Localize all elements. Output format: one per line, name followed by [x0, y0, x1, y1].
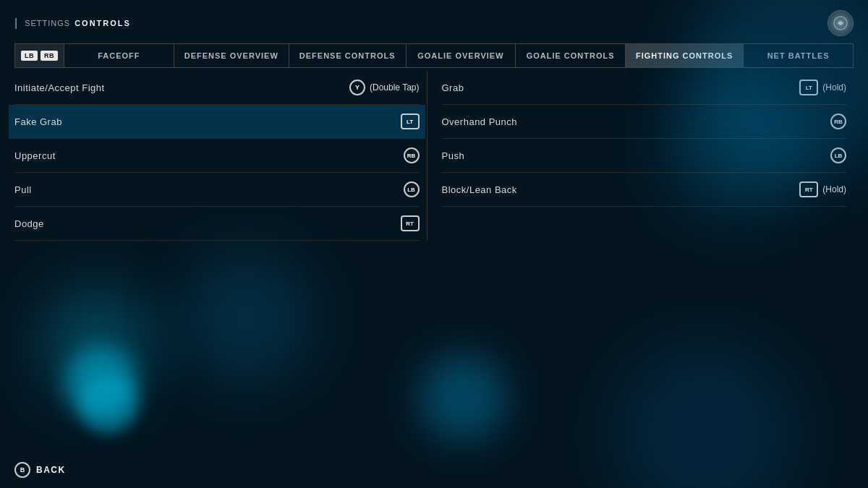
tab-goalie-overview[interactable]: GOALIE OVERVIEW — [407, 44, 516, 67]
control-name-initiate: Initiate/Accept Fight — [14, 82, 105, 93]
lb-badge: LB — [21, 51, 38, 61]
tab-fighting-controls[interactable]: FIGHTING CONTROLS — [626, 44, 744, 67]
binding-modifier-initiate: (Double Tap) — [370, 82, 419, 93]
control-name-overhand: Overhand Punch — [442, 116, 518, 127]
push-lb-icon: LB — [830, 147, 846, 163]
binding-modifier-block: (Hold) — [822, 184, 846, 194]
control-row-pull: Pull LB — [14, 173, 420, 207]
rt-button-icon: RT — [401, 215, 420, 231]
tab-defense-overview[interactable]: DEFENSE OVERVIEW — [174, 44, 289, 67]
left-column: Initiate/Accept Fight Y (Double Tap) Fak… — [14, 71, 427, 241]
control-binding-fakegrab: LT — [401, 114, 420, 129]
tab-net-battles[interactable]: NET BATTLES — [744, 44, 853, 67]
controls-label: CONTROLS — [75, 19, 131, 27]
tab-nav-badges: LB RB — [15, 44, 64, 67]
control-name-push: Push — [442, 150, 465, 161]
pipe-icon: | — [14, 17, 17, 30]
binding-modifier-grab: (Hold) — [822, 82, 846, 93]
control-name-grab: Grab — [442, 82, 464, 93]
y-button-icon: Y — [349, 80, 365, 95]
lt-button-icon: LT — [401, 114, 420, 129]
control-name-dodge: Dodge — [14, 218, 44, 229]
control-binding-block: RT (Hold) — [799, 181, 846, 197]
tab-goalie-controls[interactable]: GOALIE CONTROLS — [516, 44, 626, 67]
control-name-fakegrab: Fake Grab — [14, 116, 62, 127]
block-rt-icon: RT — [799, 181, 818, 197]
control-row-push: Push LB — [442, 139, 847, 173]
rb-button-icon: RB — [404, 147, 420, 163]
control-binding-initiate: Y (Double Tap) — [349, 80, 419, 95]
bokeh-8 — [80, 376, 137, 434]
back-label: BACK — [36, 465, 66, 475]
bokeh-5 — [181, 253, 311, 383]
bokeh-4 — [65, 347, 137, 419]
control-row-dodge: Dodge RT — [14, 207, 420, 241]
bokeh-7 — [615, 343, 796, 488]
tabs-bar: LB RB FACEOFF DEFENSE OVERVIEW DEFENSE C… — [14, 43, 854, 68]
bokeh-3 — [43, 289, 152, 398]
control-row-fakegrab: Fake Grab LT — [9, 105, 425, 139]
control-binding-overhand: RB — [830, 114, 846, 129]
header-breadcrumb: | SETTINGS CONTROLS — [14, 17, 131, 30]
tab-defense-controls[interactable]: DEFENSE CONTROLS — [289, 44, 407, 67]
control-binding-dodge: RT — [401, 215, 420, 231]
control-binding-grab: LT (Hold) — [799, 80, 846, 95]
tab-faceoff[interactable]: FACEOFF — [64, 44, 174, 67]
controls-content: Initiate/Accept Fight Y (Double Tap) Fak… — [0, 71, 868, 241]
control-row-initiate: Initiate/Accept Fight Y (Double Tap) — [14, 71, 420, 105]
control-binding-pull: LB — [404, 181, 420, 197]
control-row-grab: Grab LT (Hold) — [442, 71, 847, 105]
header: | SETTINGS CONTROLS — [0, 0, 868, 43]
control-row-overhand: Overhand Punch RB — [442, 105, 847, 139]
control-name-uppercut: Uppercut — [14, 150, 56, 161]
control-binding-push: LB — [830, 147, 846, 163]
b-button-icon: B — [14, 462, 30, 478]
control-row-uppercut: Uppercut RB — [14, 139, 420, 173]
grab-lt-icon: LT — [799, 80, 818, 95]
control-name-block: Block/Lean Back — [442, 184, 517, 195]
overhand-rb-icon: RB — [830, 114, 846, 129]
control-binding-uppercut: RB — [404, 147, 420, 163]
app-logo — [827, 10, 854, 36]
control-name-pull: Pull — [14, 184, 32, 195]
back-bar[interactable]: B BACK — [14, 462, 66, 478]
logo-icon — [833, 15, 848, 31]
settings-label: SETTINGS — [25, 19, 70, 27]
bokeh-6 — [420, 354, 506, 441]
rb-badge: RB — [41, 51, 58, 61]
right-column: Grab LT (Hold) Overhand Punch RB Push LB — [435, 71, 854, 241]
lb-button-icon: LB — [404, 181, 420, 197]
control-row-block: Block/Lean Back RT (Hold) — [442, 173, 847, 207]
